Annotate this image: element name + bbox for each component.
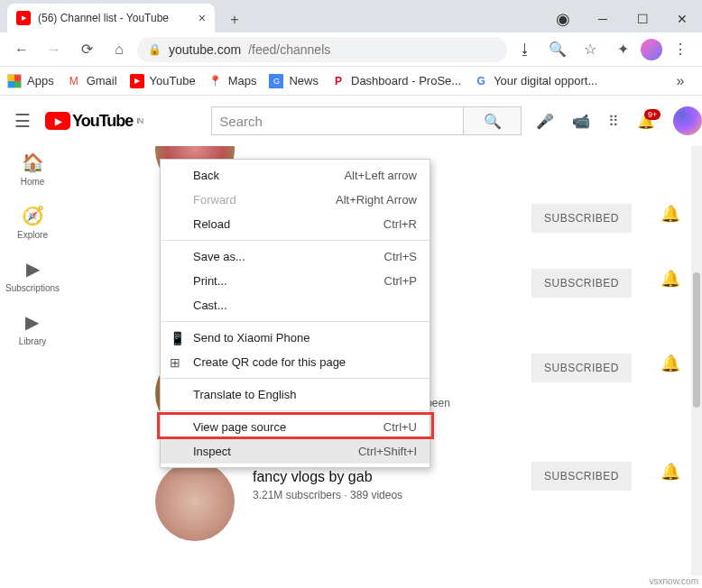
ctx-divider (161, 378, 430, 379)
browser-profile-badge[interactable]: ◉ (543, 5, 583, 32)
youtube-play-icon: ▶ (45, 112, 70, 130)
bell-icon[interactable]: 🔔 (660, 204, 680, 224)
apps-grid-icon[interactable]: ⠿ (608, 113, 619, 130)
youtube-logo[interactable]: ▶ YouTube IN (45, 112, 143, 131)
news-icon: G (269, 74, 283, 88)
explore-icon: 🧭 (22, 205, 44, 226)
search-form: Search 🔍 (211, 106, 522, 135)
ctx-view-source[interactable]: View page sourceCtrl+U (161, 415, 430, 439)
url-bar[interactable]: 🔒 youtube.com/feed/channels (137, 37, 507, 62)
channel-subs: 3.21M subscribers · 389 videos (253, 489, 513, 501)
subscriptions-icon: ▶ (26, 258, 40, 280)
ctx-back[interactable]: BackAlt+Left arrow (161, 163, 430, 188)
bookmark-dashboard[interactable]: PDashboard - ProSe... (331, 74, 461, 88)
user-avatar[interactable] (673, 106, 702, 135)
maximize-button[interactable]: ☐ (623, 5, 662, 32)
subscribed-button[interactable]: SUBSCRIBED (531, 354, 632, 382)
forward-button[interactable]: → (40, 35, 69, 64)
phone-icon: 📱 (170, 331, 185, 345)
browser-titlebar: (56) Channel list - YouTube × + ◉ ─ ☐ ✕ (0, 0, 702, 32)
youtube-header: ☰ ▶ YouTube IN Search 🔍 🎤 📹 ⠿ 🔔9+ (0, 96, 702, 146)
channel-info (253, 146, 691, 153)
home-icon: 🏠 (22, 152, 44, 173)
bookmark-gmail[interactable]: MGmail (67, 74, 117, 88)
ctx-inspect[interactable]: InspectCtrl+Shift+I (161, 439, 430, 464)
notifications-icon[interactable]: 🔔9+ (637, 113, 655, 130)
sidebar-home[interactable]: 🏠Home (21, 152, 45, 187)
youtube-icon: ▶ (130, 74, 144, 88)
subscribed-button[interactable]: SUBSCRIBED (531, 269, 632, 298)
ctx-print[interactable]: Print...Ctrl+P (161, 269, 430, 293)
ctx-divider (161, 321, 430, 322)
back-button[interactable]: ← (7, 35, 36, 64)
hamburger-icon[interactable]: ☰ (14, 110, 31, 132)
ctx-translate[interactable]: Translate to English (161, 382, 430, 407)
bookmark-maps[interactable]: 📍Maps (208, 74, 257, 88)
pinterest-icon: P (331, 74, 346, 88)
qr-icon: ⊞ (170, 355, 180, 370)
ctx-forward: ForwardAlt+Right Arrow (161, 188, 430, 212)
download-icon[interactable]: ⭳ (511, 35, 540, 64)
chrome-menu-icon[interactable]: ⋮ (666, 35, 695, 64)
star-icon[interactable]: ☆ (576, 35, 605, 64)
gmail-icon: M (67, 74, 81, 88)
lock-icon: 🔒 (148, 43, 162, 56)
vertical-scrollbar[interactable] (691, 146, 702, 575)
youtube-sidebar: 🏠Home 🧭Explore ▶Subscriptions ▶Library (0, 146, 65, 346)
extensions-icon[interactable]: ✦ (608, 35, 637, 64)
bell-icon[interactable]: 🔔 (660, 462, 680, 482)
home-button[interactable]: ⌂ (105, 35, 134, 64)
header-icons: 🎤 📹 ⠿ 🔔9+ (536, 106, 702, 135)
ctx-send-to-phone[interactable]: 📱Send to Xiaomi Phone (161, 326, 430, 350)
bell-icon[interactable]: 🔔 (660, 269, 680, 289)
zoom-icon[interactable]: 🔍 (543, 35, 572, 64)
close-window-button[interactable]: ✕ (662, 5, 702, 32)
ctx-divider (161, 240, 430, 241)
bookmarks-overflow-icon[interactable]: » (666, 67, 695, 96)
apps-icon (7, 74, 22, 88)
tab-title: (56) Channel list - YouTube (38, 12, 191, 24)
watermark: vsxnow.com (650, 576, 698, 586)
sidebar-explore[interactable]: 🧭Explore (17, 205, 48, 240)
minimize-button[interactable]: ─ (583, 5, 623, 32)
subscribed-button[interactable]: SUBSCRIBED (531, 204, 632, 233)
library-icon: ▶ (25, 311, 39, 333)
close-tab-icon[interactable]: × (199, 11, 206, 25)
create-video-icon[interactable]: 📹 (572, 113, 590, 130)
maps-icon: 📍 (208, 74, 223, 88)
youtube-region: IN (136, 116, 143, 125)
url-path: /feed/channels (248, 42, 330, 57)
new-tab-button[interactable]: + (222, 7, 247, 32)
bookmark-digital[interactable]: GYour digital opport... (474, 74, 597, 88)
sidebar-subscriptions[interactable]: ▶Subscriptions (5, 258, 60, 293)
ctx-cast[interactable]: Cast... (161, 293, 430, 317)
bell-icon[interactable]: 🔔 (660, 354, 680, 373)
ctx-save-as[interactable]: Save as...Ctrl+S (161, 244, 430, 269)
subscribed-button[interactable]: SUBSCRIBED (531, 462, 632, 491)
browser-tab[interactable]: (56) Channel list - YouTube × (7, 4, 215, 32)
youtube-favicon (16, 11, 31, 25)
ctx-divider (161, 410, 430, 411)
mic-icon[interactable]: 🎤 (536, 113, 554, 130)
notification-badge: 9+ (644, 109, 660, 120)
bookmark-apps[interactable]: Apps (7, 74, 54, 88)
profile-avatar[interactable] (641, 39, 662, 60)
google-icon: G (474, 74, 488, 88)
reload-button[interactable]: ⟳ (72, 35, 101, 64)
channel-avatar[interactable] (155, 462, 235, 541)
ctx-reload[interactable]: ReloadCtrl+R (161, 212, 430, 236)
search-input[interactable]: Search (211, 106, 464, 135)
search-button[interactable]: 🔍 (464, 106, 522, 135)
bookmarks-bar: Apps MGmail ▶YouTube 📍Maps GNews PDashbo… (0, 67, 702, 96)
scrollbar-thumb[interactable] (693, 272, 700, 408)
window-controls: ◉ ─ ☐ ✕ (543, 5, 702, 32)
url-domain: youtube.com (169, 42, 241, 57)
ctx-create-qr[interactable]: ⊞Create QR code for this page (161, 350, 430, 374)
channel-name[interactable]: fancy vlogs by gab (253, 469, 513, 485)
bookmark-news[interactable]: GNews (269, 74, 319, 88)
sidebar-library[interactable]: ▶Library (19, 311, 47, 346)
context-menu: BackAlt+Left arrow ForwardAlt+Right Arro… (160, 159, 430, 468)
bookmark-youtube[interactable]: ▶YouTube (130, 74, 196, 88)
address-bar: ← → ⟳ ⌂ 🔒 youtube.com/feed/channels ⭳ 🔍 … (0, 32, 702, 67)
